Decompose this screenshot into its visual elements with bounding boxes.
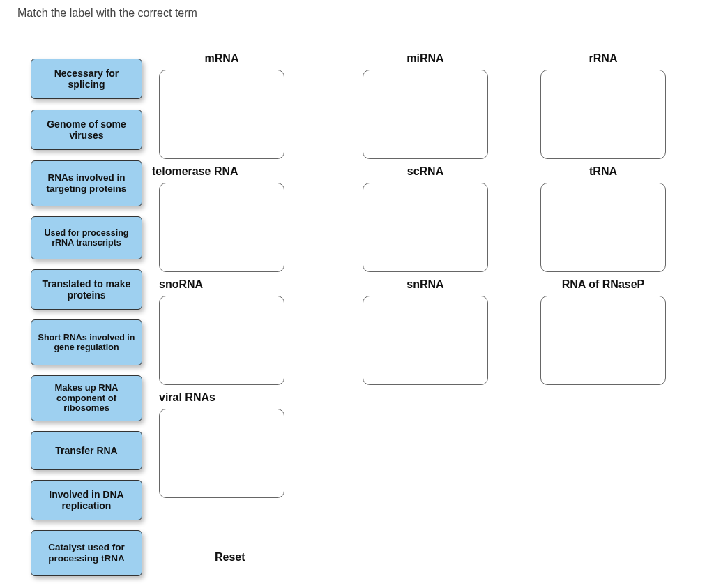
instruction-text: Match the label with the correct term (17, 7, 197, 20)
target-title-mrna: mRNA (159, 52, 284, 65)
label-gene-regulation[interactable]: Short RNAs involved in gene regulation (31, 319, 142, 365)
drop-zone-viral[interactable] (159, 409, 284, 498)
drop-zone-snorna[interactable] (159, 296, 284, 385)
target-title-snrna: snRNA (363, 278, 488, 291)
drop-zone-trna[interactable] (540, 183, 666, 272)
target-title-mirna: miRNA (363, 52, 488, 65)
drop-zone-rnasep[interactable] (540, 296, 666, 385)
drop-zone-mrna[interactable] (159, 70, 284, 159)
target-title-viral: viral RNAs (159, 391, 284, 404)
drop-zone-rrna[interactable] (540, 70, 666, 159)
target-title-telomerase: telomerase RNA (152, 165, 291, 178)
label-processing-rrna[interactable]: Used for processing rRNA transcripts (31, 216, 142, 259)
target-title-rnasep: RNA of RNaseP (540, 278, 666, 291)
label-transfer-rna[interactable]: Transfer RNA (31, 431, 142, 470)
drop-zone-telomerase[interactable] (159, 183, 284, 272)
drop-zone-snrna[interactable] (363, 296, 488, 385)
label-splicing[interactable]: Necessary for splicing (31, 59, 142, 99)
label-processing-trna[interactable]: Catalyst used for processing tRNA (31, 530, 142, 576)
drop-zone-mirna[interactable] (363, 70, 488, 159)
target-title-trna: tRNA (540, 165, 666, 178)
label-targeting-proteins[interactable]: RNAs involved in targeting proteins (31, 160, 142, 206)
target-title-scrna: scRNA (363, 165, 488, 178)
label-dna-replication[interactable]: Involved in DNA replication (31, 480, 142, 520)
reset-button[interactable]: Reset (215, 551, 245, 564)
target-title-snorna: snoRNA (159, 278, 284, 291)
label-ribosome-component[interactable]: Makes up RNA component of ribosomes (31, 375, 142, 421)
drop-zone-scrna[interactable] (363, 183, 488, 272)
label-translated-proteins[interactable]: Translated to make proteins (31, 269, 142, 310)
label-viral-genome[interactable]: Genome of some viruses (31, 110, 142, 150)
target-title-rrna: rRNA (540, 52, 666, 65)
